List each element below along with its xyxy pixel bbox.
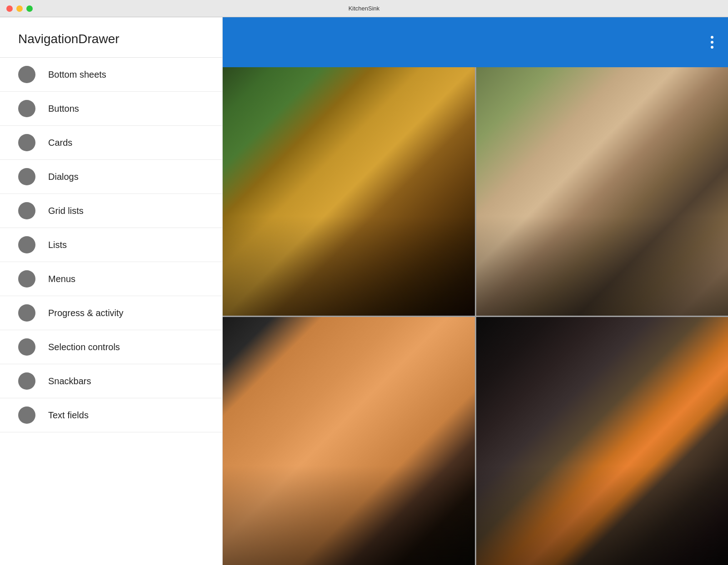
minimize-button[interactable]	[16, 5, 23, 12]
nav-drawer-title: NavigationDrawer	[0, 17, 222, 58]
nav-item-progress-activity[interactable]: Progress & activity	[0, 296, 222, 330]
nav-items-list: Bottom sheetsButtonsCardsDialogsGrid lis…	[0, 58, 222, 432]
nav-item-lists[interactable]: Lists	[0, 228, 222, 262]
title-bar: KitchenSink	[0, 0, 728, 17]
nav-label-progress-activity: Progress & activity	[48, 308, 124, 318]
nav-icon-selection-controls	[18, 338, 35, 356]
nav-icon-menus	[18, 270, 35, 287]
more-dot-1	[711, 36, 713, 39]
main-panel	[223, 17, 728, 565]
nav-icon-lists	[18, 236, 35, 253]
maximize-button[interactable]	[26, 5, 33, 12]
navigation-drawer: NavigationDrawer Bottom sheetsButtonsCar…	[0, 17, 223, 565]
more-options-button[interactable]	[707, 32, 717, 52]
nav-icon-text-fields	[18, 406, 35, 424]
nav-item-dialogs[interactable]: Dialogs	[0, 160, 222, 194]
close-button[interactable]	[6, 5, 13, 12]
app-window: NavigationDrawer Bottom sheetsButtonsCar…	[0, 17, 728, 565]
nav-item-snackbars[interactable]: Snackbars	[0, 364, 222, 398]
nav-label-text-fields: Text fields	[48, 410, 89, 421]
grid-cell-guitar[interactable]	[476, 67, 728, 316]
nav-icon-snackbars	[18, 372, 35, 390]
nav-item-menus[interactable]: Menus	[0, 262, 222, 296]
nav-item-selection-controls[interactable]: Selection controls	[0, 330, 222, 364]
nav-label-grid-lists: Grid lists	[48, 206, 84, 216]
nav-item-bottom-sheets[interactable]: Bottom sheets	[0, 58, 222, 92]
nav-label-snackbars: Snackbars	[48, 376, 91, 387]
nav-item-grid-lists[interactable]: Grid lists	[0, 194, 222, 228]
nav-item-text-fields[interactable]: Text fields	[0, 398, 222, 432]
nav-item-buttons[interactable]: Buttons	[0, 92, 222, 126]
nav-icon-bottom-sheets	[18, 66, 35, 83]
nav-label-lists: Lists	[48, 240, 67, 250]
grid-cell-lion[interactable]	[223, 67, 475, 316]
nav-label-menus: Menus	[48, 274, 75, 284]
nav-label-cards: Cards	[48, 138, 72, 148]
nav-icon-cards	[18, 134, 35, 151]
nav-label-selection-controls: Selection controls	[48, 342, 120, 352]
nav-label-dialogs: Dialogs	[48, 172, 79, 182]
nav-icon-buttons	[18, 100, 35, 117]
window-controls	[6, 5, 33, 12]
grid-cell-cat[interactable]	[223, 317, 475, 565]
grid-cell-lightbulb[interactable]	[476, 317, 728, 565]
window-title: KitchenSink	[349, 5, 380, 12]
nav-icon-dialogs	[18, 168, 35, 185]
nav-icon-grid-lists	[18, 202, 35, 219]
nav-label-bottom-sheets: Bottom sheets	[48, 69, 106, 80]
app-bar	[223, 17, 728, 67]
more-dot-3	[711, 46, 713, 49]
nav-item-cards[interactable]: Cards	[0, 126, 222, 160]
nav-icon-progress-activity	[18, 304, 35, 322]
image-grid	[223, 67, 728, 565]
nav-label-buttons: Buttons	[48, 104, 79, 114]
more-dot-2	[711, 41, 713, 44]
